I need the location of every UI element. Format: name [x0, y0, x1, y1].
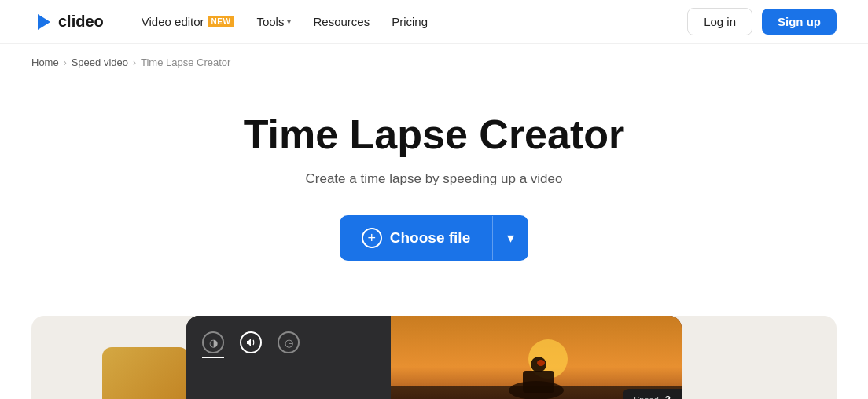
header-actions: Log in Sign up	[687, 8, 837, 35]
breadcrumb-current: Time Lapse Creator	[141, 57, 230, 68]
main-nav: Video editor NEW Tools ▾ Resources Prici…	[132, 10, 687, 33]
choose-file-main: + Choose file	[340, 215, 492, 261]
nav-video-editor-label: Video editor	[142, 15, 204, 28]
svg-point-7	[537, 360, 545, 366]
breadcrumb-sep-1: ›	[64, 57, 67, 68]
preview-section: ◑ ◷	[0, 316, 868, 399]
choose-file-label: Choose file	[390, 229, 470, 247]
login-button[interactable]: Log in	[687, 8, 752, 35]
choose-file-button[interactable]: + Choose file ▾	[340, 215, 528, 261]
nav-resources-label: Resources	[313, 15, 370, 28]
hero-section: Time Lapse Creator Create a time lapse b…	[0, 81, 868, 316]
video-preview	[391, 316, 682, 399]
choose-file-dropdown[interactable]: ▾	[493, 229, 528, 247]
nav-tools-label: Tools	[256, 15, 284, 28]
golden-card	[102, 347, 189, 399]
breadcrumb-sep-2: ›	[133, 57, 136, 68]
breadcrumb-speed-video[interactable]: Speed video	[72, 57, 128, 68]
logo-text: clideo	[58, 13, 104, 31]
hero-subtitle: Create a time lapse by speeding up a vid…	[16, 171, 852, 187]
device-icons-row: ◑ ◷	[202, 331, 300, 353]
brightness-icon: ◑	[202, 331, 224, 353]
speed-label: Speed	[634, 395, 659, 399]
chevron-down-icon: ▾	[507, 229, 514, 247]
device-right-panel: Speed 2	[391, 316, 682, 399]
preview-background: ◑ ◷	[31, 316, 837, 399]
nav-video-editor[interactable]: Video editor NEW	[132, 10, 245, 33]
nav-resources[interactable]: Resources	[303, 10, 379, 33]
timer-icon: ◷	[278, 331, 300, 353]
signup-button[interactable]: Sign up	[762, 9, 837, 35]
device-left-panel: ◑ ◷	[186, 316, 391, 399]
nav-pricing-label: Pricing	[392, 15, 428, 28]
device-mockup: ◑ ◷	[186, 316, 682, 399]
breadcrumb: Home › Speed video › Time Lapse Creator	[0, 44, 868, 81]
logo[interactable]: clideo	[31, 11, 104, 33]
chevron-down-icon: ▾	[287, 17, 291, 26]
nav-pricing[interactable]: Pricing	[382, 10, 437, 33]
active-underline	[202, 357, 224, 358]
nav-tools[interactable]: Tools ▾	[247, 10, 300, 33]
svg-rect-5	[523, 371, 554, 393]
choose-file-container: + Choose file ▾	[16, 215, 852, 261]
plus-icon: +	[362, 228, 382, 248]
breadcrumb-home[interactable]: Home	[31, 57, 59, 68]
header: clideo Video editor NEW Tools ▾ Resource…	[0, 0, 868, 44]
page-title: Time Lapse Creator	[16, 112, 852, 157]
svg-marker-0	[38, 14, 50, 30]
nav-new-badge: NEW	[208, 16, 235, 27]
volume-icon	[240, 331, 262, 353]
speed-overlay: Speed 2	[623, 389, 682, 399]
speed-value: 2	[665, 394, 671, 399]
logo-icon	[31, 11, 53, 33]
